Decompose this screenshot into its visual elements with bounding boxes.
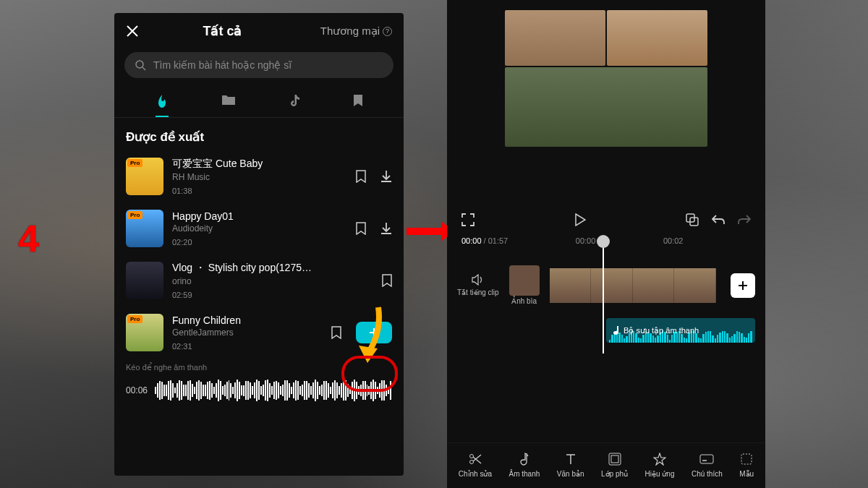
template-icon: [740, 452, 753, 466]
tool-effects[interactable]: Hiệu ứng: [645, 452, 675, 478]
music-library-panel: Tất cả Thương mại ? Tìm kiếm bài hát hoặ…: [114, 13, 404, 476]
song-duration: 02:59: [172, 291, 373, 299]
video-preview: [447, 0, 765, 206]
song-row[interactable]: Vlog ・ Stylish city pop(1275… orino 02:5…: [114, 254, 404, 307]
song-artist: Audiodeity: [172, 223, 347, 234]
undo-button[interactable]: [712, 214, 725, 226]
scissors-icon: [469, 452, 482, 466]
preview-frame: [505, 10, 605, 66]
song-title: Funny Children: [172, 314, 323, 326]
cover-button[interactable]: Ảnh bìa: [509, 265, 540, 305]
playhead[interactable]: [603, 245, 604, 354]
tab-trending[interactable]: [156, 94, 169, 117]
svg-rect-5: [609, 453, 621, 465]
folder-icon: [221, 94, 236, 106]
bookmark-button[interactable]: [356, 170, 366, 183]
song-title: Vlog ・ Stylish city pop(1275…: [172, 262, 373, 275]
waveform-time: 00:06: [126, 385, 148, 395]
audio-track[interactable]: Bộ sưu tập âm thanh: [606, 318, 755, 343]
song-thumbnail: Pro: [126, 158, 163, 195]
yellow-arrow-annotation: [346, 304, 389, 369]
tab-tiktok[interactable]: [289, 94, 300, 117]
tool-text[interactable]: Văn bản: [557, 452, 584, 478]
fullscreen-button[interactable]: [461, 213, 475, 226]
category-tabs: [114, 84, 404, 118]
tab-bookmark[interactable]: [353, 94, 363, 117]
section-title: Được đề xuất: [114, 118, 404, 150]
svg-rect-7: [700, 455, 713, 463]
tool-overlay[interactable]: Lớp phủ: [601, 452, 628, 478]
music-note-icon: [612, 325, 621, 335]
bookmark-icon: [353, 94, 363, 107]
speaker-icon: [472, 274, 485, 286]
tool-caption[interactable]: Chú thích: [692, 452, 723, 478]
commercial-tab[interactable]: Thương mại ?: [320, 25, 392, 38]
flame-icon: [156, 94, 169, 108]
song-duration: 02:31: [172, 342, 323, 351]
tiktok-icon: [289, 94, 300, 108]
song-row[interactable]: Pro 可爱宝宝 Cute Baby RH Music 01:38: [114, 150, 404, 202]
song-artist: orino: [172, 276, 373, 286]
tab-folder[interactable]: [221, 94, 236, 117]
svg-rect-6: [611, 455, 618, 463]
search-icon: [135, 59, 146, 71]
tool-audio[interactable]: Âm thanh: [509, 452, 540, 478]
download-button[interactable]: [380, 222, 392, 235]
search-input[interactable]: Tìm kiếm bài hát hoặc nghệ sĩ: [124, 52, 393, 78]
plus-icon: [737, 280, 749, 291]
caption-icon: [699, 452, 714, 466]
note-icon: [519, 452, 529, 466]
step-number-annotation: 4: [18, 217, 39, 260]
waveform-bars: [155, 380, 392, 401]
overlay-icon: [608, 452, 621, 466]
search-placeholder: Tìm kiếm bài hát hoặc nghệ sĩ: [153, 59, 292, 71]
song-title: Happy Day01: [172, 210, 347, 222]
star-icon: [653, 452, 666, 466]
timeline[interactable]: Tắt tiếng clip Ảnh bìa Bộ sưu tập âm tha…: [447, 251, 765, 354]
song-duration: 01:38: [172, 187, 347, 195]
panel-title: Tất cả: [133, 23, 312, 39]
song-row[interactable]: Pro Happy Day01 Audiodeity 02:20: [114, 202, 404, 254]
video-editor-panel: 00:00 / 01:57 00:00 00:02 Tắt tiếng clip…: [447, 0, 765, 488]
info-icon: ?: [383, 27, 392, 36]
bookmark-button[interactable]: [382, 274, 392, 287]
song-title: 可爱宝宝 Cute Baby: [172, 158, 347, 171]
song-thumbnail: Pro: [126, 314, 163, 351]
tool-edit[interactable]: Chỉnh sửa: [459, 452, 492, 478]
waveform-preview[interactable]: 00:06: [114, 374, 404, 413]
add-clip-button[interactable]: [731, 273, 755, 298]
preview-frame: [607, 10, 707, 66]
song-artist: GentleJammers: [172, 328, 323, 338]
song-artist: RH Music: [172, 172, 347, 182]
svg-rect-8: [741, 454, 752, 464]
video-clip-strip[interactable]: [550, 268, 716, 303]
svg-point-3: [469, 455, 473, 458]
bookmark-button[interactable]: [331, 326, 341, 339]
svg-point-4: [469, 461, 473, 464]
text-icon: [565, 452, 576, 466]
tool-template[interactable]: Mẫu: [739, 452, 754, 478]
song-thumbnail: Pro: [126, 210, 163, 247]
redo-button[interactable]: [738, 214, 751, 226]
mute-clip-button[interactable]: Tắt tiếng clip: [457, 274, 499, 296]
song-duration: 02:20: [172, 238, 347, 247]
song-thumbnail: [126, 262, 163, 299]
play-button[interactable]: [574, 213, 586, 226]
svg-point-0: [136, 61, 143, 68]
bookmark-button[interactable]: [356, 222, 366, 235]
copy-button[interactable]: [686, 213, 699, 226]
bottom-toolbar: Chỉnh sửa Âm thanh Văn bản Lớp phủ Hiệu …: [447, 442, 765, 488]
preview-frame: [505, 67, 707, 147]
download-button[interactable]: [380, 170, 392, 183]
